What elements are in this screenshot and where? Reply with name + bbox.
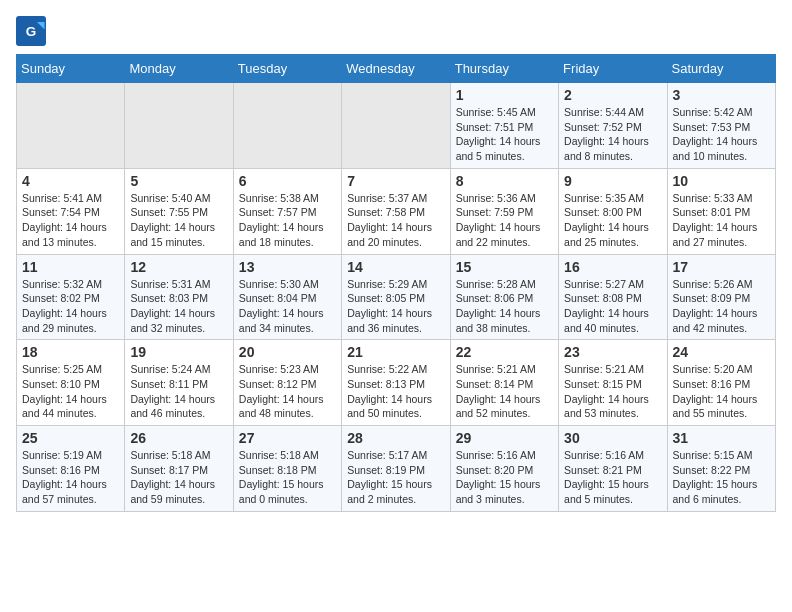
day-info: Sunrise: 5:45 AM Sunset: 7:51 PM Dayligh… — [456, 105, 553, 164]
calendar-cell: 15Sunrise: 5:28 AM Sunset: 8:06 PM Dayli… — [450, 254, 558, 340]
calendar-cell: 18Sunrise: 5:25 AM Sunset: 8:10 PM Dayli… — [17, 340, 125, 426]
day-number: 19 — [130, 344, 227, 360]
calendar-week-3: 11Sunrise: 5:32 AM Sunset: 8:02 PM Dayli… — [17, 254, 776, 340]
calendar-cell: 23Sunrise: 5:21 AM Sunset: 8:15 PM Dayli… — [559, 340, 667, 426]
day-info: Sunrise: 5:29 AM Sunset: 8:05 PM Dayligh… — [347, 277, 444, 336]
calendar-cell: 12Sunrise: 5:31 AM Sunset: 8:03 PM Dayli… — [125, 254, 233, 340]
weekday-header-tuesday: Tuesday — [233, 55, 341, 83]
day-info: Sunrise: 5:44 AM Sunset: 7:52 PM Dayligh… — [564, 105, 661, 164]
day-number: 6 — [239, 173, 336, 189]
calendar-week-2: 4Sunrise: 5:41 AM Sunset: 7:54 PM Daylig… — [17, 168, 776, 254]
day-number: 26 — [130, 430, 227, 446]
day-number: 9 — [564, 173, 661, 189]
day-number: 16 — [564, 259, 661, 275]
calendar-cell: 7Sunrise: 5:37 AM Sunset: 7:58 PM Daylig… — [342, 168, 450, 254]
day-number: 22 — [456, 344, 553, 360]
day-info: Sunrise: 5:18 AM Sunset: 8:18 PM Dayligh… — [239, 448, 336, 507]
calendar-cell: 20Sunrise: 5:23 AM Sunset: 8:12 PM Dayli… — [233, 340, 341, 426]
day-number: 17 — [673, 259, 770, 275]
calendar-cell: 16Sunrise: 5:27 AM Sunset: 8:08 PM Dayli… — [559, 254, 667, 340]
calendar-cell: 4Sunrise: 5:41 AM Sunset: 7:54 PM Daylig… — [17, 168, 125, 254]
calendar-cell — [125, 83, 233, 169]
day-info: Sunrise: 5:21 AM Sunset: 8:14 PM Dayligh… — [456, 362, 553, 421]
day-info: Sunrise: 5:40 AM Sunset: 7:55 PM Dayligh… — [130, 191, 227, 250]
calendar-cell: 24Sunrise: 5:20 AM Sunset: 8:16 PM Dayli… — [667, 340, 775, 426]
weekday-header-friday: Friday — [559, 55, 667, 83]
day-info: Sunrise: 5:37 AM Sunset: 7:58 PM Dayligh… — [347, 191, 444, 250]
day-info: Sunrise: 5:18 AM Sunset: 8:17 PM Dayligh… — [130, 448, 227, 507]
calendar-table: SundayMondayTuesdayWednesdayThursdayFrid… — [16, 54, 776, 512]
calendar-week-1: 1Sunrise: 5:45 AM Sunset: 7:51 PM Daylig… — [17, 83, 776, 169]
day-info: Sunrise: 5:20 AM Sunset: 8:16 PM Dayligh… — [673, 362, 770, 421]
day-number: 30 — [564, 430, 661, 446]
day-number: 27 — [239, 430, 336, 446]
calendar-cell: 8Sunrise: 5:36 AM Sunset: 7:59 PM Daylig… — [450, 168, 558, 254]
calendar-cell: 3Sunrise: 5:42 AM Sunset: 7:53 PM Daylig… — [667, 83, 775, 169]
day-info: Sunrise: 5:19 AM Sunset: 8:16 PM Dayligh… — [22, 448, 119, 507]
calendar-cell: 6Sunrise: 5:38 AM Sunset: 7:57 PM Daylig… — [233, 168, 341, 254]
day-info: Sunrise: 5:41 AM Sunset: 7:54 PM Dayligh… — [22, 191, 119, 250]
day-info: Sunrise: 5:23 AM Sunset: 8:12 PM Dayligh… — [239, 362, 336, 421]
calendar-cell: 26Sunrise: 5:18 AM Sunset: 8:17 PM Dayli… — [125, 426, 233, 512]
calendar-cell: 19Sunrise: 5:24 AM Sunset: 8:11 PM Dayli… — [125, 340, 233, 426]
day-info: Sunrise: 5:35 AM Sunset: 8:00 PM Dayligh… — [564, 191, 661, 250]
calendar-cell — [233, 83, 341, 169]
calendar-cell: 10Sunrise: 5:33 AM Sunset: 8:01 PM Dayli… — [667, 168, 775, 254]
day-number: 2 — [564, 87, 661, 103]
day-info: Sunrise: 5:21 AM Sunset: 8:15 PM Dayligh… — [564, 362, 661, 421]
day-number: 18 — [22, 344, 119, 360]
calendar-cell: 21Sunrise: 5:22 AM Sunset: 8:13 PM Dayli… — [342, 340, 450, 426]
day-info: Sunrise: 5:33 AM Sunset: 8:01 PM Dayligh… — [673, 191, 770, 250]
calendar-cell: 25Sunrise: 5:19 AM Sunset: 8:16 PM Dayli… — [17, 426, 125, 512]
day-info: Sunrise: 5:42 AM Sunset: 7:53 PM Dayligh… — [673, 105, 770, 164]
day-number: 11 — [22, 259, 119, 275]
day-info: Sunrise: 5:26 AM Sunset: 8:09 PM Dayligh… — [673, 277, 770, 336]
calendar-week-5: 25Sunrise: 5:19 AM Sunset: 8:16 PM Dayli… — [17, 426, 776, 512]
day-info: Sunrise: 5:28 AM Sunset: 8:06 PM Dayligh… — [456, 277, 553, 336]
day-info: Sunrise: 5:15 AM Sunset: 8:22 PM Dayligh… — [673, 448, 770, 507]
day-number: 12 — [130, 259, 227, 275]
calendar-cell: 31Sunrise: 5:15 AM Sunset: 8:22 PM Dayli… — [667, 426, 775, 512]
calendar-cell: 2Sunrise: 5:44 AM Sunset: 7:52 PM Daylig… — [559, 83, 667, 169]
weekday-header-sunday: Sunday — [17, 55, 125, 83]
calendar-cell: 5Sunrise: 5:40 AM Sunset: 7:55 PM Daylig… — [125, 168, 233, 254]
day-info: Sunrise: 5:32 AM Sunset: 8:02 PM Dayligh… — [22, 277, 119, 336]
day-info: Sunrise: 5:38 AM Sunset: 7:57 PM Dayligh… — [239, 191, 336, 250]
weekday-header-row: SundayMondayTuesdayWednesdayThursdayFrid… — [17, 55, 776, 83]
day-number: 29 — [456, 430, 553, 446]
logo: G — [16, 16, 50, 46]
day-number: 13 — [239, 259, 336, 275]
day-info: Sunrise: 5:24 AM Sunset: 8:11 PM Dayligh… — [130, 362, 227, 421]
day-info: Sunrise: 5:30 AM Sunset: 8:04 PM Dayligh… — [239, 277, 336, 336]
calendar-cell — [17, 83, 125, 169]
calendar-cell: 14Sunrise: 5:29 AM Sunset: 8:05 PM Dayli… — [342, 254, 450, 340]
day-number: 4 — [22, 173, 119, 189]
day-number: 23 — [564, 344, 661, 360]
calendar-cell: 13Sunrise: 5:30 AM Sunset: 8:04 PM Dayli… — [233, 254, 341, 340]
day-number: 14 — [347, 259, 444, 275]
day-info: Sunrise: 5:36 AM Sunset: 7:59 PM Dayligh… — [456, 191, 553, 250]
logo-icon: G — [16, 16, 46, 46]
day-number: 10 — [673, 173, 770, 189]
day-info: Sunrise: 5:31 AM Sunset: 8:03 PM Dayligh… — [130, 277, 227, 336]
day-number: 8 — [456, 173, 553, 189]
calendar-cell: 1Sunrise: 5:45 AM Sunset: 7:51 PM Daylig… — [450, 83, 558, 169]
day-info: Sunrise: 5:22 AM Sunset: 8:13 PM Dayligh… — [347, 362, 444, 421]
day-number: 1 — [456, 87, 553, 103]
day-number: 7 — [347, 173, 444, 189]
day-info: Sunrise: 5:16 AM Sunset: 8:21 PM Dayligh… — [564, 448, 661, 507]
svg-text:G: G — [26, 24, 37, 39]
weekday-header-saturday: Saturday — [667, 55, 775, 83]
calendar-cell: 29Sunrise: 5:16 AM Sunset: 8:20 PM Dayli… — [450, 426, 558, 512]
day-number: 15 — [456, 259, 553, 275]
calendar-cell: 27Sunrise: 5:18 AM Sunset: 8:18 PM Dayli… — [233, 426, 341, 512]
day-number: 20 — [239, 344, 336, 360]
day-number: 5 — [130, 173, 227, 189]
day-number: 25 — [22, 430, 119, 446]
calendar-cell: 22Sunrise: 5:21 AM Sunset: 8:14 PM Dayli… — [450, 340, 558, 426]
weekday-header-wednesday: Wednesday — [342, 55, 450, 83]
calendar-cell: 11Sunrise: 5:32 AM Sunset: 8:02 PM Dayli… — [17, 254, 125, 340]
day-number: 24 — [673, 344, 770, 360]
calendar-cell: 9Sunrise: 5:35 AM Sunset: 8:00 PM Daylig… — [559, 168, 667, 254]
page-header: G — [16, 16, 776, 46]
